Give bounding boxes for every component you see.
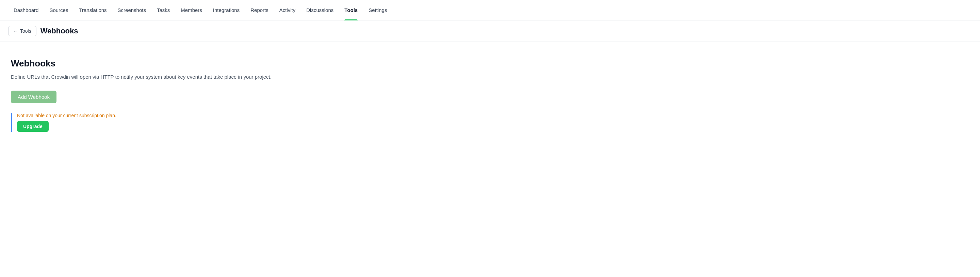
nav-item-tasks[interactable]: Tasks xyxy=(151,0,175,21)
section-title: Webhooks xyxy=(11,58,295,69)
nav-item-activity[interactable]: Activity xyxy=(274,0,301,21)
back-button-label: Tools xyxy=(20,28,31,34)
upgrade-button[interactable]: Upgrade xyxy=(17,121,49,132)
page-title: Webhooks xyxy=(40,27,78,35)
breadcrumb-bar: ← Tools Webhooks xyxy=(0,21,980,42)
nav-item-reports[interactable]: Reports xyxy=(245,0,274,21)
back-button[interactable]: ← Tools xyxy=(8,26,37,36)
back-arrow-icon: ← xyxy=(13,28,18,34)
nav-item-translations[interactable]: Translations xyxy=(73,0,112,21)
nav-item-settings[interactable]: Settings xyxy=(363,0,392,21)
nav-item-tools[interactable]: Tools xyxy=(339,0,363,21)
main-content: Webhooks Define URLs that Crowdin will o… xyxy=(0,42,306,148)
nav-item-screenshots[interactable]: Screenshots xyxy=(112,0,151,21)
section-description: Define URLs that Crowdin will open via H… xyxy=(11,73,295,81)
add-webhook-button[interactable]: Add Webhook xyxy=(11,91,56,103)
notice-block: Not available on your current subscripti… xyxy=(11,113,295,132)
notice-text: Not available on your current subscripti… xyxy=(17,113,295,118)
nav-item-sources[interactable]: Sources xyxy=(44,0,73,21)
top-navigation: DashboardSourcesTranslationsScreenshotsT… xyxy=(0,0,980,21)
nav-item-members[interactable]: Members xyxy=(175,0,208,21)
nav-item-dashboard[interactable]: Dashboard xyxy=(8,0,44,21)
nav-item-discussions[interactable]: Discussions xyxy=(301,0,339,21)
nav-item-integrations[interactable]: Integrations xyxy=(208,0,245,21)
